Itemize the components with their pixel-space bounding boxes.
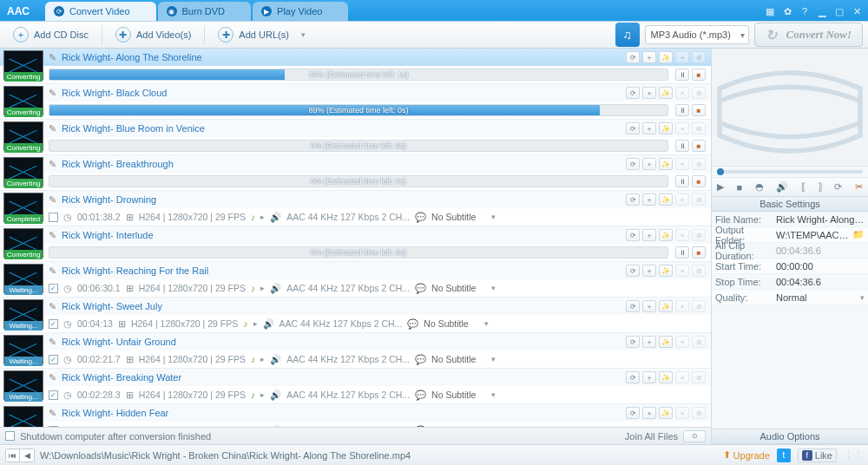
audio-track-icon[interactable]: ♪ (251, 425, 255, 427)
refresh-item-icon[interactable]: ⟳ (626, 371, 640, 383)
plus-icon[interactable]: + (675, 336, 689, 348)
chevron-icon[interactable]: ▸ (260, 426, 265, 427)
add-item-icon[interactable]: ＋ (642, 87, 656, 99)
refresh-item-icon[interactable]: ⟳ (626, 265, 640, 277)
effects-item-icon[interactable]: ✨ (659, 300, 673, 312)
stop-icon[interactable]: ■ (692, 69, 706, 81)
plus-icon[interactable]: + (675, 265, 689, 277)
remove-item-icon[interactable]: ⊘ (692, 371, 706, 383)
bracket-right-icon[interactable]: ⟧ (818, 181, 822, 193)
property-select[interactable]: Normal (776, 292, 865, 303)
skin-icon[interactable]: ▦ (764, 5, 776, 17)
effects-item-icon[interactable]: ✨ (659, 407, 673, 419)
chevron-icon[interactable]: ▸ (260, 390, 265, 399)
subtitle-select[interactable]: No Subtitle (431, 283, 496, 293)
remove-item-icon[interactable]: ⊘ (692, 158, 706, 170)
upgrade-link[interactable]: ⬆ Upgrade (723, 449, 770, 461)
chevron-icon[interactable]: ▸ (260, 213, 265, 221)
add-item-icon[interactable]: ＋ (642, 265, 656, 277)
remove-item-icon[interactable]: ⊘ (692, 87, 706, 99)
remove-item-icon[interactable]: ⊘ (692, 51, 706, 63)
item-checkbox[interactable]: ✓ (49, 390, 58, 400)
effects-item-icon[interactable]: ✨ (659, 158, 673, 170)
add-item-icon[interactable]: ＋ (642, 371, 656, 383)
subtitle-icon[interactable]: 💬 (415, 212, 426, 223)
remove-item-icon[interactable]: ⊘ (692, 407, 706, 419)
stop-icon[interactable]: ■ (736, 182, 742, 193)
remove-item-icon[interactable]: ⊘ (692, 122, 706, 134)
pause-icon[interactable]: ⏸ (675, 175, 689, 187)
add-item-icon[interactable]: ＋ (642, 407, 656, 419)
add-item-icon[interactable]: ＋ (642, 158, 656, 170)
effects-item-icon[interactable]: ✨ (659, 193, 673, 206)
subtitle-icon[interactable]: 💬 (415, 425, 426, 428)
refresh-item-icon[interactable]: ⟳ (626, 122, 640, 134)
edit-icon[interactable]: ✎ (49, 230, 56, 241)
refresh-item-icon[interactable]: ⟳ (626, 407, 640, 419)
plus-icon[interactable]: + (675, 229, 689, 241)
property-value[interactable]: 00:04:36.6 (776, 277, 865, 287)
cut-icon[interactable]: ✂ (855, 181, 863, 193)
nav-prev-icon[interactable]: ◀ (20, 449, 34, 462)
plus-icon[interactable]: + (675, 193, 689, 206)
add-item-icon[interactable]: ＋ (642, 229, 656, 241)
snapshot-icon[interactable]: ◓ (755, 181, 764, 193)
join-switch[interactable]: ⊙ (683, 430, 706, 442)
remove-item-icon[interactable]: ⊘ (692, 300, 706, 312)
chevron-icon[interactable]: ▸ (253, 319, 258, 328)
add-item-icon[interactable]: ＋ (642, 300, 656, 312)
list-item[interactable]: Converting✎Rick Wright- Breakthrough⟳＋✨+… (0, 155, 711, 191)
audio-track-icon[interactable]: ♪ (251, 212, 255, 222)
subtitle-select[interactable]: No Subtitle (431, 354, 496, 364)
subtitle-select[interactable]: No Subtitle (431, 390, 496, 400)
shutdown-checkbox[interactable] (5, 431, 15, 441)
settings-icon[interactable]: ✿ (781, 5, 793, 17)
remove-item-icon[interactable]: ⊘ (692, 193, 706, 206)
list-item[interactable]: Waiting...✎Rick Wright- Reaching For the… (0, 262, 711, 298)
add-url-button[interactable]: ✚Add URL(s)▾ (210, 24, 312, 45)
list-item[interactable]: Converting✎Rick Wright- Blue Room in Ven… (0, 120, 711, 155)
edit-icon[interactable]: ✎ (49, 301, 56, 312)
edit-icon[interactable]: ✎ (49, 52, 56, 63)
remove-item-icon[interactable]: ⊘ (692, 229, 706, 241)
chevron-icon[interactable]: ▸ (260, 355, 265, 363)
item-checkbox[interactable]: ✓ (49, 355, 58, 364)
remove-item-icon[interactable]: ⊘ (692, 265, 706, 277)
audio-track-icon[interactable]: ♪ (251, 283, 255, 293)
tab-convert-video[interactable]: ⟳Convert Video (45, 2, 156, 21)
edit-icon[interactable]: ✎ (49, 408, 56, 419)
effects-item-icon[interactable]: ✨ (659, 371, 673, 383)
close-icon[interactable]: ✕ (851, 5, 863, 17)
list-item[interactable]: Waiting...✎Rick Wright- Hidden Fear⟳＋✨+⊘… (0, 404, 711, 427)
effects-item-icon[interactable]: ✨ (659, 265, 673, 277)
remove-item-icon[interactable]: ⊘ (692, 336, 706, 348)
bracket-left-icon[interactable]: ⟦ (801, 181, 806, 193)
refresh-item-icon[interactable]: ⟳ (626, 336, 640, 348)
join-files-toggle[interactable]: Join All Files (625, 431, 678, 442)
edit-icon[interactable]: ✎ (49, 337, 56, 348)
plus-icon[interactable]: + (675, 371, 689, 383)
list-item[interactable]: Converting✎Rick Wright- Black Cloud⟳＋✨+⊘… (0, 84, 711, 120)
refresh-item-icon[interactable]: ⟳ (626, 51, 640, 63)
add-item-icon[interactable]: ＋ (642, 122, 656, 134)
refresh-item-icon[interactable]: ⟳ (626, 193, 640, 206)
folder-icon[interactable]: 📁 (852, 229, 865, 240)
effects-item-icon[interactable]: ✨ (659, 122, 673, 134)
list-item[interactable]: Waiting...✎Rick Wright- Breaking Water⟳＋… (0, 369, 711, 404)
property-value[interactable]: 00:00:00 (776, 261, 865, 272)
list-item[interactable]: Converting✎Rick Wright- Along The Shorel… (0, 49, 711, 84)
pause-icon[interactable]: ⏸ (675, 246, 689, 259)
plus-icon[interactable]: + (675, 87, 689, 99)
list-item[interactable]: Completed✎Rick Wright- Drowning⟳＋✨+⊘◷00:… (0, 191, 711, 226)
audio-options-header[interactable]: Audio Options (712, 429, 868, 444)
add-item-icon[interactable]: ＋ (642, 193, 656, 206)
format-icon[interactable]: ♫ (615, 23, 640, 47)
audio-track-icon[interactable]: ♪ (251, 354, 255, 364)
subtitle-icon[interactable]: 💬 (415, 354, 426, 365)
add-item-icon[interactable]: ＋ (642, 336, 656, 348)
plus-icon[interactable]: + (675, 158, 689, 170)
stop-icon[interactable]: ■ (692, 104, 706, 116)
pause-icon[interactable]: ⏸ (675, 104, 689, 116)
effects-item-icon[interactable]: ✨ (659, 51, 673, 63)
effects-item-icon[interactable]: ✨ (659, 336, 673, 348)
